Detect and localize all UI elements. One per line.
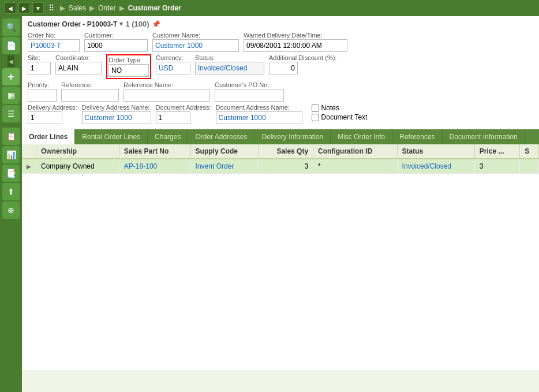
- breadcrumb-sales[interactable]: Sales: [69, 4, 86, 12]
- dropdown-button[interactable]: ▼: [32, 2, 44, 14]
- forward-button[interactable]: ▶: [18, 2, 30, 14]
- grid-button[interactable]: ⠿: [46, 2, 57, 14]
- back-button[interactable]: ◀: [5, 2, 16, 14]
- breadcrumb-order[interactable]: Order: [98, 4, 116, 12]
- top-nav-bar: ◀ ▶ ▼ ⠿ ▶ Sales ▶ Order ▶ Customer Order: [0, 0, 539, 16]
- breadcrumb-customer-order: Customer Order: [128, 4, 181, 12]
